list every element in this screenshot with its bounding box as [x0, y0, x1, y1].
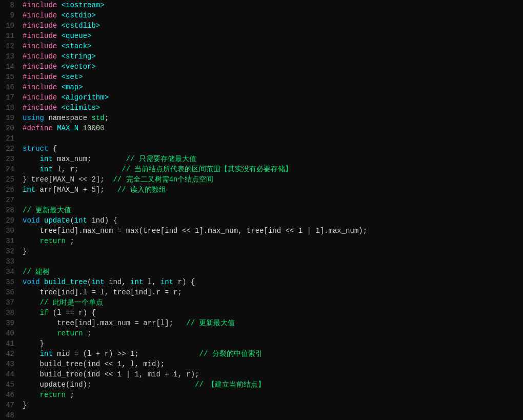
token: int	[40, 165, 53, 173]
token: std	[91, 114, 104, 122]
token	[23, 350, 40, 358]
token: // 更新最大值	[186, 319, 235, 327]
line-number: 24	[4, 164, 14, 174]
token: // 此时是一个单点	[40, 298, 103, 307]
token: ind,	[105, 278, 130, 286]
line-number: 34	[4, 267, 14, 277]
token	[23, 155, 40, 163]
token: return	[40, 391, 66, 399]
token: struct	[23, 145, 48, 153]
token	[57, 83, 61, 91]
token: int	[91, 278, 104, 286]
line-number: 26	[4, 185, 14, 195]
token: // 分裂的中值索引	[199, 350, 262, 358]
token	[23, 391, 40, 399]
token: #include	[23, 93, 57, 102]
token: ;	[66, 237, 74, 245]
code-line: }	[23, 400, 519, 410]
code-line: int max_num; // 只需要存储最大值	[23, 154, 519, 164]
code-line: // 建树	[23, 267, 519, 277]
code-line: return ;	[23, 236, 519, 246]
token: mid = (l + r) >> 1;	[53, 350, 199, 358]
token: ;	[83, 329, 92, 337]
line-number: 27	[4, 195, 14, 205]
line-number: 48	[4, 410, 14, 420]
token: <iostream>	[62, 1, 105, 9]
code-line: #define MAX_N 10000	[23, 123, 519, 133]
token: l,	[143, 278, 160, 286]
line-number: 33	[4, 256, 14, 267]
code-line: if (l == r) {	[23, 308, 519, 318]
code-line	[23, 195, 519, 205]
token: update(ind);	[23, 381, 195, 389]
token: // 读入的数组	[117, 186, 166, 194]
code-line: #include <iostream>	[23, 0, 519, 10]
line-number: 8	[4, 0, 14, 10]
line-number: 38	[4, 308, 14, 318]
code-line: #include <cstdio>	[23, 10, 519, 21]
line-number: 12	[4, 41, 14, 51]
token: int	[74, 216, 87, 225]
code-area: #include <iostream>#include <cstdio>#inc…	[18, 0, 523, 420]
line-number: 44	[4, 369, 14, 379]
line-number: 21	[4, 133, 14, 144]
token: max_num;	[53, 155, 126, 163]
token: tree[ind].max_num = max(tree[ind << 1].m…	[23, 227, 367, 235]
code-line: tree[ind].l = l, tree[ind].r = r;	[23, 287, 519, 297]
token: <cstdio>	[62, 11, 96, 19]
token	[40, 278, 44, 286]
token: int	[40, 155, 53, 163]
line-number: 20	[4, 123, 14, 133]
line-number: 10	[4, 21, 14, 31]
token: } tree[MAX_N << 2];	[23, 175, 113, 184]
token: (l == r) {	[48, 309, 95, 317]
token: update	[44, 216, 70, 225]
token: build_tree	[44, 278, 87, 286]
token: build_tree(ind << 1, l, mid);	[23, 360, 165, 368]
line-number: 42	[4, 349, 14, 359]
line-number: 46	[4, 390, 14, 400]
code-line: } tree[MAX_N << 2]; // 完全二叉树需4n个结点空间	[23, 174, 519, 185]
code-line: int l, r; // 当前结点所代表的区间范围【其实没有必要存储】	[23, 164, 519, 174]
line-number: 39	[4, 318, 14, 328]
token	[57, 42, 61, 50]
token: #include	[23, 104, 57, 112]
token: tree[ind].l = l, tree[ind].r = r;	[23, 288, 182, 296]
code-line: #include <set>	[23, 72, 519, 82]
token: int	[160, 278, 173, 286]
token: int	[23, 186, 35, 194]
token	[53, 124, 57, 132]
token	[40, 216, 44, 225]
token: <set>	[62, 73, 83, 81]
code-line: }	[23, 246, 519, 256]
token: <climits>	[62, 104, 100, 112]
line-number: 30	[4, 226, 14, 236]
code-line: build_tree(ind << 1 | 1, mid + 1, r);	[23, 369, 519, 379]
token: // 只需要存储最大值	[126, 155, 196, 163]
token	[57, 63, 61, 71]
line-number: 25	[4, 174, 14, 185]
code-line: #include <string>	[23, 51, 519, 62]
token: l, r;	[53, 165, 122, 173]
token	[57, 73, 61, 81]
token: // 建树	[23, 268, 50, 276]
token: }	[23, 247, 27, 255]
line-number: 9	[4, 10, 14, 21]
code-line: int arr[MAX_N + 5]; // 读入的数组	[23, 185, 519, 195]
line-number: 22	[4, 144, 14, 154]
code-line: #include <queue>	[23, 31, 519, 41]
code-line: void update(int ind) {	[23, 215, 519, 226]
token: #include	[23, 63, 57, 71]
token	[23, 237, 40, 245]
token: // 完全二叉树需4n个结点空间	[113, 175, 213, 184]
token: 10000	[78, 124, 104, 132]
token: ;	[66, 391, 74, 399]
token: build_tree(ind << 1 | 1, mid + 1, r);	[23, 370, 199, 378]
line-number: 36	[4, 287, 14, 297]
token: <stack>	[62, 42, 92, 50]
line-number: 28	[4, 205, 14, 215]
token: #include	[23, 52, 57, 61]
line-number: 45	[4, 379, 14, 390]
token: {	[48, 145, 57, 153]
line-number: 40	[4, 328, 14, 338]
